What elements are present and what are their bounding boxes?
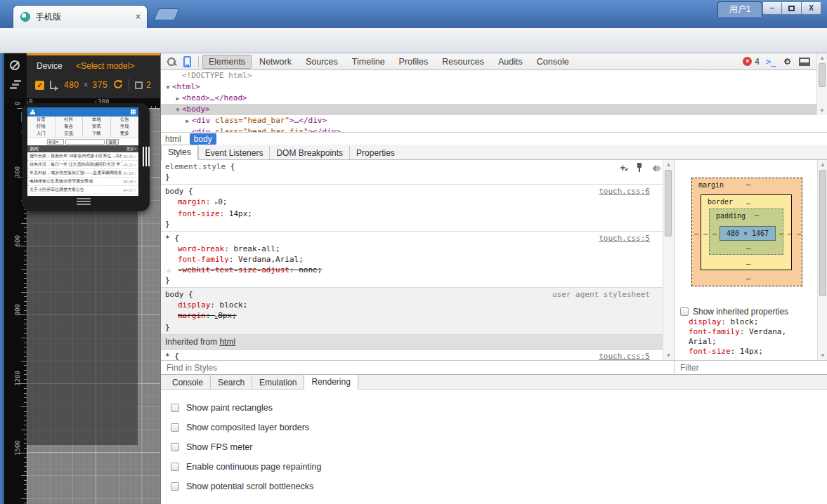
box-model-value[interactable]: –: [694, 230, 698, 237]
page-nav-link[interactable]: 下载: [83, 130, 111, 137]
disclosure-arrow-icon[interactable]: ▼: [164, 82, 172, 93]
page-nav-link[interactable]: 入门: [27, 130, 56, 137]
sidebar-tab-event-listeners[interactable]: Event Listeners: [198, 146, 270, 160]
elements-tree-node[interactable]: ▶<div class="head_bar">…</div>: [161, 115, 827, 126]
maximize-button[interactable]: [782, 1, 802, 15]
elements-tree-node[interactable]: <div class="head_bar_fix"></div>: [161, 126, 827, 132]
resize-grip-icon[interactable]: [143, 147, 150, 166]
stylesheet-link[interactable]: touch.css:6: [599, 186, 650, 197]
news-item[interactable]: 常态补贴，城乡管控落实汇报——直通车辆网络客户服务05-23 >: [27, 169, 138, 178]
select-model-dropdown[interactable]: <Select model>: [76, 61, 134, 71]
box-model-content[interactable]: 480 × 1467: [719, 226, 776, 241]
show-inherited-checkbox[interactable]: [680, 307, 689, 316]
box-model-value[interactable]: –: [703, 230, 708, 237]
devtools-tab-audits[interactable]: Audits: [492, 55, 529, 69]
page-nav-link[interactable]: 资讯: [83, 124, 111, 131]
page-nav-link[interactable]: 社区: [56, 117, 84, 124]
rule-selector[interactable]: element.style {: [165, 161, 658, 172]
drawer-tab-console[interactable]: Console: [165, 376, 210, 390]
minimize-button[interactable]: –: [762, 1, 782, 15]
color-format-icon[interactable]: ◆◆: [653, 163, 657, 173]
box-model-value[interactable]: –: [746, 260, 750, 267]
disable-overrides-icon[interactable]: [10, 60, 20, 70]
elements-tree-node[interactable]: ▼<body>: [161, 104, 827, 115]
devtools-tab-timeline[interactable]: Timeline: [346, 55, 391, 69]
breadcrumb-item-html[interactable]: html: [161, 133, 185, 145]
devtools-tab-network[interactable]: Network: [253, 55, 298, 69]
box-model-value[interactable]: –: [788, 230, 792, 237]
browser-tab[interactable]: 手机版 ×: [13, 5, 148, 28]
inspect-element-icon[interactable]: [167, 57, 176, 67]
box-model-value[interactable]: –: [712, 230, 717, 237]
device-height-field[interactable]: 375: [93, 80, 108, 90]
console-drawer-icon[interactable]: >_: [766, 57, 776, 67]
device-width-field[interactable]: 480: [64, 80, 79, 90]
swap-dimensions-icon[interactable]: [50, 81, 58, 89]
sidebar-tab-dom-breakpoints[interactable]: DOM Breakpoints: [269, 146, 349, 160]
settings-gear-icon[interactable]: [782, 56, 793, 67]
news-item[interactable]: 电梯维修公告及物业管理通知事项08-08 >: [27, 178, 138, 186]
page-nav-link[interactable]: 行情: [27, 124, 56, 131]
disclosure-arrow-icon[interactable]: ▶: [183, 116, 192, 127]
rendering-option-checkbox[interactable]: [171, 423, 179, 432]
sidebar-tab-properties[interactable]: Properties: [349, 146, 401, 160]
devtools-tab-resources[interactable]: Resources: [436, 55, 490, 69]
page-nav-link[interactable]: 交流: [56, 130, 84, 137]
page-nav-link[interactable]: 首页: [27, 117, 56, 124]
stylesheet-link[interactable]: touch.css:5: [599, 351, 650, 360]
css-property[interactable]: margin: ▶0;: [165, 197, 658, 208]
disclosure-arrow-icon[interactable]: ▶: [174, 93, 182, 105]
page-nav-link[interactable]: 公告: [111, 117, 139, 124]
new-style-rule-icon[interactable]: +: [620, 164, 625, 171]
rendering-option-checkbox[interactable]: [171, 404, 179, 412]
elements-tree-node[interactable]: ▼<html>: [161, 81, 827, 93]
computed-property[interactable]: display: block;: [675, 317, 818, 327]
rule-selector[interactable]: body {: [165, 186, 658, 197]
elements-tree-node[interactable]: ▶<head>…</head>: [161, 93, 827, 104]
computed-filter-input[interactable]: [675, 362, 827, 375]
elements-scrollbar[interactable]: ▲ ▼: [816, 53, 827, 115]
box-model-value[interactable]: –: [797, 230, 801, 237]
device-menu-icon[interactable]: [77, 198, 91, 206]
box-model-value[interactable]: –: [746, 244, 750, 252]
rendering-option-checkbox[interactable]: [171, 482, 179, 491]
page-nav-link[interactable]: 聚合: [56, 124, 84, 131]
css-property[interactable]: font-family: Verdana,Arial;: [165, 254, 658, 265]
emulation-checkbox[interactable]: ✓: [35, 81, 44, 90]
devtools-tab-console[interactable]: Console: [530, 55, 575, 69]
box-model-value[interactable]: –: [746, 180, 750, 188]
profile-button[interactable]: 用户1: [717, 1, 762, 17]
rotate-refresh-icon[interactable]: [113, 79, 123, 91]
page-nav-link[interactable]: 更多: [111, 130, 139, 137]
devtools-tab-sources[interactable]: Sources: [299, 55, 344, 69]
user-icon[interactable]: [30, 110, 35, 114]
css-property[interactable]: ⚠-webkit-text-size-adjust: none;: [165, 265, 658, 275]
css-property[interactable]: margin: ▶8px;: [165, 310, 658, 322]
page-search-input[interactable]: [65, 139, 105, 145]
breadcrumb-item-body[interactable]: body: [190, 133, 216, 145]
apps-grid-icon[interactable]: [131, 110, 136, 114]
rule-selector[interactable]: * {: [165, 351, 658, 360]
computed-property[interactable]: font-size: 14px;: [675, 347, 818, 357]
box-model-value[interactable]: –: [746, 274, 750, 282]
page-search-button[interactable]: 搜索: [106, 139, 119, 145]
inherited-node-link[interactable]: html: [219, 337, 235, 347]
tab-close-icon[interactable]: ×: [136, 12, 141, 22]
box-model-value[interactable]: –: [746, 199, 750, 207]
sidebar-tab-styles[interactable]: Styles: [161, 145, 198, 160]
emulated-page[interactable]: 首页社区本地公告行情聚合资讯呈现入门交流下载更多 标题▾ 搜索 新闻 更多> 便…: [27, 107, 138, 196]
devtools-tab-elements[interactable]: Elements: [202, 55, 252, 69]
box-model-value[interactable]: –: [755, 211, 759, 219]
news-more-link[interactable]: 更多>: [126, 147, 136, 152]
news-item[interactable]: 关于小区停车位调整方案公告04-17 >: [27, 186, 138, 194]
scale-icon[interactable]: [135, 81, 143, 89]
disclosure-arrow-icon[interactable]: ▼: [174, 105, 182, 116]
layers-icon[interactable]: [10, 80, 22, 90]
close-window-button[interactable]: X: [802, 1, 821, 15]
page-nav-link[interactable]: 呈现: [111, 124, 139, 131]
device-mode-icon[interactable]: [183, 56, 191, 67]
page-nav-link[interactable]: 本地: [83, 117, 111, 124]
css-property[interactable]: word-break: break-all;: [165, 244, 658, 254]
rendering-option-checkbox[interactable]: [171, 443, 179, 451]
find-in-styles-input[interactable]: [161, 362, 674, 375]
